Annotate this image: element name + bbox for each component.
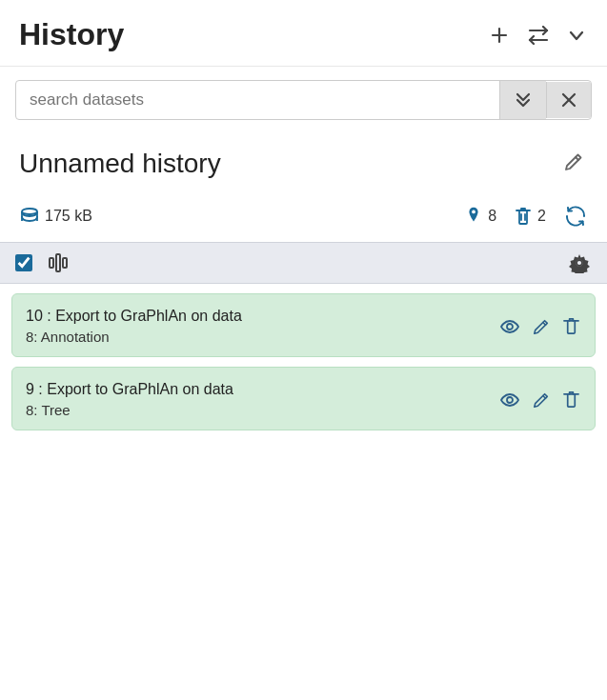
delete-dataset-button[interactable]: [561, 390, 581, 410]
eye-icon: [500, 318, 519, 335]
svg-line-18: [543, 395, 546, 398]
trash-icon: [563, 317, 579, 335]
pin-icon: [464, 206, 483, 227]
refresh-button[interactable]: [563, 204, 588, 229]
svg-rect-11: [63, 258, 67, 268]
transfer-icon: [527, 26, 550, 45]
select-all-checkbox[interactable]: [15, 254, 32, 271]
search-bar: [15, 80, 592, 120]
columns-button[interactable]: [46, 250, 71, 275]
stat-right: 8 2: [464, 204, 588, 229]
header-actions: [487, 23, 588, 48]
edit-dataset-button[interactable]: [531, 317, 552, 336]
pencil-icon: [533, 318, 550, 335]
dataset-title-block: 9 : Export to GraPhlAn on data 8: Tree: [26, 381, 233, 418]
edit-history-name-button[interactable]: [559, 150, 588, 179]
svg-line-16: [543, 322, 546, 325]
transfer-button[interactable]: [525, 24, 552, 47]
dataset-title-line1: 9 : Export to GraPhlAn on data: [26, 381, 233, 398]
plus-icon: [489, 25, 510, 46]
trash-icon: [514, 206, 533, 227]
dataset-title-line1: 10 : Export to GraPhlAn on data: [26, 308, 242, 325]
dropdown-button[interactable]: [565, 24, 588, 47]
chevron-down-icon: [567, 26, 586, 45]
refresh-icon: [565, 206, 586, 227]
history-panel: History: [0, 0, 607, 700]
svg-point-5: [22, 209, 37, 214]
search-input[interactable]: [16, 81, 499, 119]
header: History: [0, 0, 607, 67]
pin-count-stat: 8: [464, 206, 496, 227]
columns-icon: [48, 252, 69, 273]
view-dataset-button[interactable]: [498, 390, 521, 410]
svg-point-17: [507, 397, 513, 403]
pencil-icon: [563, 151, 584, 172]
svg-line-4: [576, 157, 578, 160]
stats-row: 175 kB 8 2: [0, 189, 607, 242]
datasets-list: 10 : Export to GraPhlAn on data 8: Annot…: [0, 284, 607, 440]
clear-search-button[interactable]: [546, 82, 591, 118]
dataset-item-header: 9 : Export to GraPhlAn on data 8: Tree: [26, 381, 581, 418]
dataset-actions: [498, 316, 581, 336]
close-icon: [560, 91, 577, 109]
database-icon: [19, 206, 40, 227]
pin-count-value: 8: [488, 208, 496, 225]
dataset-item: 10 : Export to GraPhlAn on data 8: Annot…: [11, 293, 596, 357]
eye-icon: [500, 391, 519, 409]
svg-point-15: [507, 324, 513, 330]
deleted-count-value: 2: [537, 208, 546, 225]
dataset-title-line2: 8: Tree: [26, 402, 233, 418]
dataset-item-header: 10 : Export to GraPhlAn on data 8: Annot…: [26, 308, 581, 345]
toolbar: [0, 242, 607, 284]
trash-icon: [563, 390, 579, 409]
view-dataset-button[interactable]: [498, 317, 521, 336]
deleted-count-stat: 2: [514, 206, 546, 227]
settings-button[interactable]: [567, 250, 592, 275]
disk-size-value: 175 kB: [45, 208, 92, 225]
edit-dataset-button[interactable]: [531, 390, 552, 410]
pencil-icon: [533, 391, 550, 409]
dataset-title-line2: 8: Annotation: [26, 329, 242, 345]
history-name: Unnamed history: [19, 149, 221, 179]
collapse-search-button[interactable]: [499, 81, 546, 119]
svg-rect-10: [56, 254, 60, 271]
delete-dataset-button[interactable]: [561, 316, 581, 336]
disk-size-stat: 175 kB: [19, 206, 92, 227]
toolbar-left: [15, 250, 71, 275]
gear-icon: [569, 252, 590, 273]
dataset-actions: [498, 390, 581, 410]
dataset-item: 9 : Export to GraPhlAn on data 8: Tree: [11, 367, 596, 430]
svg-rect-9: [50, 258, 53, 268]
page-title: History: [19, 17, 487, 52]
history-name-section: Unnamed history: [0, 130, 607, 189]
svg-point-6: [472, 210, 475, 214]
add-button[interactable]: [487, 23, 512, 48]
double-chevron-down-icon: [514, 90, 533, 110]
dataset-title-block: 10 : Export to GraPhlAn on data 8: Annot…: [26, 308, 242, 345]
